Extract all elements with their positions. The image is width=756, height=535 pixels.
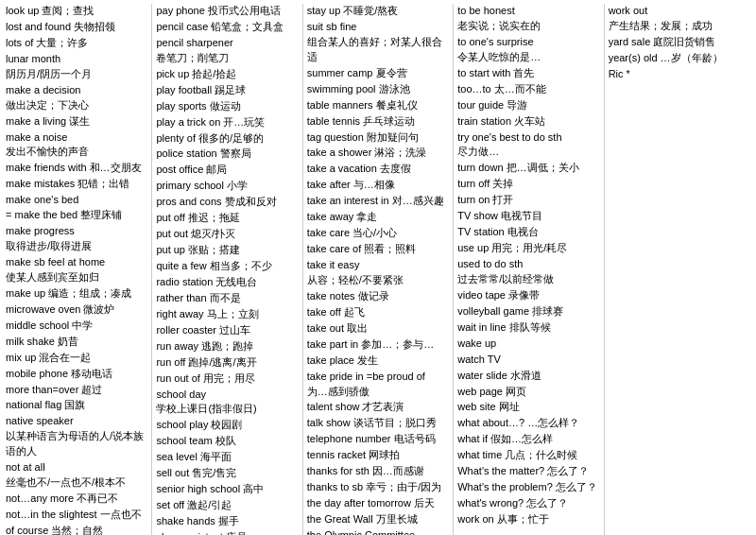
english-term: run out of [156,371,199,387]
chinese-definition: 失物招领 [74,20,115,35]
list-item: look up查阅；查找 [6,4,147,19]
chinese-definition: 丝毫也不/一点也不/根本不 [6,475,126,491]
list-item: to be honest老实说；说实在的 [457,4,599,34]
english-term: yard sale [609,35,651,50]
chinese-definition: 跑掉/逃离/离开 [188,355,256,371]
english-term: summer camp [307,66,373,81]
list-item: school team校队 [156,434,298,449]
list-item: of course当然；自然 [6,524,147,535]
chinese-definition: 导游 [507,98,527,113]
english-term: put off [156,211,184,226]
chinese-definition: 而不是 [210,291,241,306]
english-term: primary school [156,179,224,194]
english-term: take notes [307,289,355,304]
chinese-definition: 夏令营 [376,66,407,81]
chinese-definition: 编造；组成；凑成 [48,286,131,302]
chinese-definition: 握手 [218,514,239,529]
english-term: make up [6,286,45,302]
chinese-definition: = make the bed 整理床铺 [6,208,122,223]
english-term: the Olympic Committee [307,528,415,535]
english-term: used to do sth [457,257,523,272]
list-item: right away马上；立刻 [156,307,298,322]
list-item: take pride in =be proud of为…感到骄傲 [307,370,449,400]
english-term: table manners [307,98,373,113]
chinese-definition: 查阅；查找 [42,4,94,19]
list-item: thanks to sb幸亏；由于/因为 [307,480,449,495]
english-term: not…in the slightest [6,508,97,523]
chinese-definition: 铅笔盒；文具盒 [211,20,284,35]
chinese-definition: 过去常常/以前经常做 [457,272,554,287]
list-item: put up张贴；搭建 [156,243,298,258]
list-item: run away逃跑；跑掉 [156,339,298,354]
chinese-definition: 为…感到骄傲 [307,385,369,400]
list-item: table tennis乒乓球运动 [307,114,449,129]
english-term: make sb feel at home [6,255,105,270]
list-item: not…any more不再已不 [6,492,147,507]
list-item: take it easy从容；轻松/不要紧张 [307,258,449,288]
chinese-definition: 使某人感到宾至如归 [6,270,99,285]
english-term: shake hands [156,514,215,529]
list-item: native speaker以某种语言为母语的人/说本族语的人 [6,414,147,459]
list-item: the day after tomorrow后天 [307,496,449,511]
chinese-definition: 熄灭/扑灭 [191,227,235,242]
list-item: suit sb fine组合某人的喜好；对某人很合适 [307,20,449,65]
list-item: What's the matter?怎么了？ [457,464,599,479]
chinese-definition: 中学 [72,319,93,334]
list-item: school play校园剧 [156,418,298,433]
chinese-definition: 乒乓球运动 [363,114,415,129]
english-term: right away [156,307,203,322]
chinese-definition: 当然；自然 [51,524,103,535]
chinese-definition: 照看；照料 [364,242,416,257]
english-term: take a shower [307,146,371,161]
list-item: pick up拾起/拾起 [156,67,298,82]
list-item: sea level海平面 [156,450,298,465]
english-term: swimming pool [307,82,376,97]
column-4: work out产生结果；发展；成功yard sale庭院旧货销售year(s)… [605,4,754,535]
list-item: wait in line排队等候 [457,320,599,336]
english-term: wait in line [457,320,506,336]
chinese-definition: 做记录 [358,289,389,304]
list-item: primary school小学 [156,179,298,194]
english-term: pick up [156,67,189,82]
list-item: quite a few相当多；不少 [156,259,298,274]
chinese-definition: 混合在一起 [39,351,91,366]
list-item: not at all丝毫也不/一点也不/根本不 [6,460,147,491]
english-term: not…any more [6,492,74,507]
chinese-definition: 和…交朋友 [90,161,142,176]
list-item: national flag国旗 [6,398,147,413]
list-item: make up编造；组成；凑成 [6,286,147,302]
list-item: What's the problem?怎么了？ [457,480,599,495]
chinese-definition: 录像带 [508,288,540,303]
chinese-definition: 以某种语言为母语的人/说本族语的人 [6,429,147,459]
english-term: mix up [6,351,36,366]
list-item: used to do sth过去常常/以前经常做 [457,257,599,287]
chinese-definition: 超过 [81,383,102,398]
chinese-definition: 校园剧 [211,418,242,433]
english-term: of course [6,524,48,535]
list-item: play a trick on开…玩笑 [156,115,298,130]
list-item: pros and cons赞成和反对 [156,195,298,210]
chinese-definition: 电视节目 [501,209,542,224]
chinese-definition: 用完；用光/耗尽 [491,241,567,256]
english-term: take care of [307,242,361,257]
list-item: what's wrong?怎么了？ [457,496,599,511]
chinese-definition: 激起/引起 [187,498,232,513]
english-term: TV show [457,209,498,224]
chinese-definition: 校队 [215,434,236,449]
chinese-definition: 把…调低；关小 [507,161,579,176]
english-term: sea level [156,450,197,465]
english-term: tag question [307,130,364,146]
list-item: what about…?…怎么样？ [457,416,599,431]
list-item: watch TV [457,353,599,368]
english-term: take a vacation [307,162,377,177]
list-item: too…to太…而不能 [457,82,599,97]
english-term: thanks for sth [307,464,369,479]
list-item: table manners餐桌礼仪 [307,98,449,113]
english-term: roller coaster [156,323,216,338]
chinese-definition: 组合某人的喜好；对某人很合适 [307,35,449,65]
list-item: senior high school高中 [156,482,298,497]
list-item: make one's bed= make the bed 整理床铺 [6,193,147,223]
english-term: more than=over [6,383,78,398]
english-term: radio station [156,275,213,290]
english-term: shop assistant [156,530,222,535]
